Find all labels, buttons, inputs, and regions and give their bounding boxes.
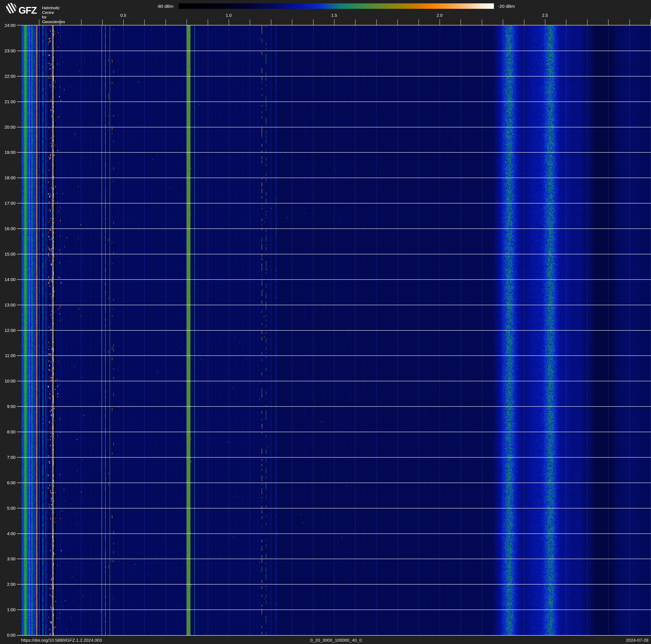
- time-gridline: [17, 76, 651, 77]
- time-label: 21:00: [0, 99, 16, 104]
- freq-tick: [208, 19, 208, 25]
- freq-tick: [81, 19, 82, 25]
- time-label: 2:00: [0, 582, 16, 587]
- freq-tick-label: 2.0: [437, 13, 442, 18]
- time-label: 16:00: [0, 226, 16, 231]
- freq-tick: [292, 19, 292, 25]
- colorbar-max-label: -20 dBm: [498, 4, 515, 9]
- time-gridline: [17, 406, 651, 407]
- freq-tick: [482, 19, 482, 25]
- time-gridline: [17, 330, 651, 331]
- freq-tick: [102, 19, 103, 25]
- time-gridline: [17, 432, 651, 432]
- plot-bottom-border: [17, 635, 651, 636]
- time-label: 22:00: [0, 74, 16, 79]
- page-root: { "header": { "logo": {"acronym":"GFZ","…: [0, 0, 651, 644]
- freq-tick: [334, 19, 335, 25]
- time-label: 8:00: [0, 430, 16, 435]
- time-label: 23:00: [0, 48, 16, 53]
- time-gridline: [17, 355, 651, 356]
- freq-tick: [650, 19, 651, 25]
- freq-tick: [376, 19, 377, 25]
- freq-tick-label: 1.0: [226, 13, 231, 18]
- time-gridline: [17, 533, 651, 534]
- freq-tick: [271, 19, 271, 25]
- time-label: 12:00: [0, 328, 16, 333]
- time-gridline: [17, 178, 651, 178]
- time-gridline: [17, 559, 651, 559]
- freq-tick: [524, 19, 524, 25]
- time-gridline: [17, 381, 651, 381]
- time-label: 13:00: [0, 302, 16, 308]
- freq-tick: [629, 19, 630, 25]
- time-gridline: [17, 127, 651, 127]
- freq-tick: [418, 19, 419, 25]
- time-gridline: [17, 152, 651, 153]
- time-gridline: [17, 305, 651, 305]
- time-label: 6:00: [0, 480, 16, 485]
- time-label: 7:00: [0, 455, 16, 460]
- time-gridline: [17, 51, 651, 51]
- freq-tick: [545, 19, 546, 25]
- freq-tick: [587, 19, 588, 25]
- freq-tick: [461, 19, 461, 25]
- date-text: 2024-07-28: [626, 638, 649, 643]
- freq-tick: [144, 19, 145, 25]
- time-label: 14:00: [0, 277, 16, 282]
- time-gridline: [17, 101, 651, 102]
- time-label: 5:00: [0, 506, 16, 511]
- time-label: 3:00: [0, 556, 16, 561]
- freq-tick: [503, 19, 503, 25]
- time-label: 10:00: [0, 379, 16, 384]
- time-label: 4:00: [0, 531, 16, 536]
- doi-text: https://doi.org/10.5880/GFZ.1.2.2024.003: [21, 638, 102, 643]
- time-label: 0:00: [0, 633, 16, 638]
- logo-subtitle-line2: for Geosciences: [42, 15, 65, 24]
- freq-tick: [165, 19, 166, 25]
- time-label: 9:00: [0, 404, 16, 409]
- freq-tick: [123, 19, 124, 25]
- freq-tick: [566, 19, 566, 25]
- time-gridline: [17, 203, 651, 203]
- colorbar-min-label: -80 dBm: [157, 4, 174, 9]
- time-gridline: [17, 610, 651, 610]
- freq-tick: [250, 19, 250, 25]
- time-label: 20:00: [0, 125, 16, 130]
- freq-tick: [229, 19, 229, 25]
- freq-tick: [60, 19, 60, 25]
- time-label: 11:00: [0, 353, 16, 358]
- freq-tick: [39, 19, 39, 25]
- freq-tick-label: 0.5: [120, 13, 126, 18]
- time-gridline: [17, 457, 651, 458]
- freq-tick-label: 1.5: [331, 13, 337, 18]
- freq-tick: [313, 19, 313, 25]
- dataset-params-text: 0_20_3000_100000_40_0: [310, 638, 362, 643]
- logo-acronym: GFZ: [19, 5, 36, 15]
- colorbar-gradient: [179, 3, 494, 9]
- freq-tick: [355, 19, 355, 25]
- time-label: 24:00: [0, 23, 16, 28]
- time-gridline: [17, 229, 651, 229]
- freq-tick: [439, 19, 440, 25]
- time-label: 15:00: [0, 252, 16, 257]
- freq-tick-label: 2.5: [542, 13, 548, 18]
- time-gridline: [17, 508, 651, 508]
- time-label: 1:00: [0, 607, 16, 612]
- time-label: 17:00: [0, 201, 16, 206]
- gfz-striped-globe-icon: [6, 3, 17, 13]
- time-gridline: [17, 482, 651, 483]
- time-gridline: [17, 279, 651, 280]
- time-label: 18:00: [0, 175, 16, 180]
- logo-subtitle-line1: Helmholtz Centre: [42, 6, 65, 15]
- logo-subtitle: Helmholtz Centre for Geosciences: [42, 6, 65, 24]
- freq-tick: [186, 19, 187, 25]
- freq-tick: [397, 19, 398, 25]
- freq-tick: [608, 19, 609, 25]
- time-label: 19:00: [0, 150, 16, 155]
- time-gridline: [17, 584, 651, 585]
- time-gridline: [17, 254, 651, 254]
